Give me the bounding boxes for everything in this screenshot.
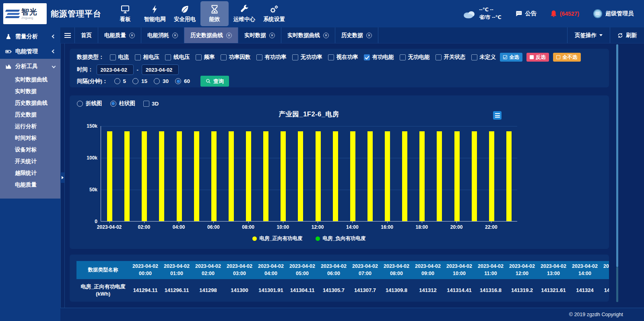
topnav-smart-grid[interactable]: 智能电网 [141, 1, 169, 26]
bar-17[interactable] [402, 131, 407, 221]
checkbox-线电压[interactable]: 线电压 [165, 54, 190, 61]
checkbox-频率[interactable]: 频率 [196, 54, 215, 61]
topnav-energy-efficiency[interactable]: 能效 [200, 1, 229, 26]
sidebar-collapse-handle[interactable] [60, 172, 64, 183]
date-to-input[interactable] [142, 64, 179, 75]
checkbox-有功电能[interactable]: 有功电能 [364, 54, 394, 61]
interval-radio-5[interactable]: 5 [114, 78, 126, 84]
legend-电房_正向有功电度[interactable]: 电房_正向有功电度 [252, 235, 303, 242]
interval-radio-15[interactable]: 15 [132, 78, 147, 84]
tab-close-icon[interactable]: ✕ [129, 33, 135, 38]
checkbox-icon[interactable] [221, 54, 227, 60]
tab-实时数据曲线[interactable]: 实时数据曲线✕ [281, 27, 335, 43]
sidebar-item-越限统计[interactable]: 越限统计 [0, 167, 60, 179]
tab-历史数据曲线[interactable]: 历史数据曲线✕ [184, 27, 238, 43]
bar-18[interactable] [419, 131, 425, 221]
vertical-scrollbar[interactable] [616, 44, 618, 302]
sidebar-item-运行分析[interactable]: 运行分析 [0, 120, 60, 132]
date-from-input[interactable] [97, 64, 134, 75]
bar-21[interactable] [472, 131, 477, 221]
checkbox-icon[interactable] [135, 54, 141, 60]
bar-10[interactable] [281, 131, 286, 221]
checkbox-未定义[interactable]: 未定义 [471, 54, 496, 61]
radio-icon[interactable] [114, 78, 120, 84]
bar-5[interactable] [194, 131, 199, 221]
checkbox-开关状态[interactable]: 开关状态 [436, 54, 466, 61]
bar-15[interactable] [367, 131, 373, 221]
scrollbar-thumb[interactable] [616, 44, 618, 267]
sidebar-item-实时数据[interactable]: 实时数据 [0, 85, 60, 97]
bar-11[interactable] [298, 131, 303, 221]
checkbox-icon[interactable] [471, 54, 477, 60]
sidebar-group-energy-management[interactable]: 电能管理 [0, 44, 60, 59]
radio-icon[interactable] [132, 78, 138, 84]
invert-select-button[interactable]: 反选 [526, 53, 549, 62]
tab-首页[interactable]: 首页 [75, 27, 98, 43]
checkbox-视在功率[interactable]: 视在功率 [328, 54, 358, 61]
app-logo[interactable]: 智光 Zhiguang [3, 3, 47, 24]
checkbox-icon[interactable] [256, 54, 262, 60]
bar-20[interactable] [454, 131, 460, 221]
checkbox-icon[interactable] [165, 54, 171, 60]
tab-close-icon[interactable]: ✕ [226, 33, 232, 38]
notice-button[interactable]: 公告 [515, 10, 537, 17]
tab-电能质量[interactable]: 电能质量✕ [98, 27, 141, 43]
chart-type-折线图[interactable]: 折线图 [77, 100, 102, 107]
bar-14[interactable] [350, 131, 355, 221]
checkbox-icon[interactable] [196, 54, 202, 60]
chart-type-柱状图[interactable]: 柱状图 [110, 100, 136, 107]
sidebar-item-设备对标[interactable]: 设备对标 [0, 144, 60, 155]
sidebar-item-实时数据曲线[interactable]: 实时数据曲线 [0, 74, 60, 85]
select-all-button[interactable]: 全选 [500, 53, 522, 62]
checkbox-icon[interactable] [436, 54, 442, 60]
bar-6[interactable] [211, 131, 217, 221]
alarm-button[interactable]: (64527) [550, 10, 579, 18]
tab-实时数据[interactable]: 实时数据✕ [238, 27, 281, 43]
bar-0[interactable] [107, 131, 112, 221]
checkbox-相电压[interactable]: 相电压 [135, 54, 160, 61]
select-none-button[interactable]: 全不选 [553, 53, 581, 62]
query-button[interactable]: 查询 [200, 76, 229, 87]
sidebar-group-analysis-tools[interactable]: 分析工具 [0, 59, 60, 74]
tab-ops-dropdown[interactable]: 页签操作 [567, 27, 610, 43]
bar-1[interactable] [124, 131, 130, 221]
tab-电能消耗[interactable]: 电能消耗✕ [141, 27, 184, 43]
bar-16[interactable] [385, 131, 390, 221]
checkbox-checked-icon[interactable] [364, 54, 370, 60]
tab-menu-icon[interactable] [60, 27, 75, 43]
bar-23[interactable] [506, 131, 512, 221]
bar-7[interactable] [229, 131, 234, 221]
tab-close-icon[interactable]: ✕ [366, 33, 372, 38]
sidebar-item-时间对标[interactable]: 时间对标 [0, 132, 60, 144]
checkbox-icon[interactable] [143, 101, 149, 107]
checkbox-功率因数[interactable]: 功率因数 [221, 54, 251, 61]
bar-2[interactable] [142, 131, 147, 221]
user-menu[interactable]: 超级管理员 [593, 9, 634, 19]
checkbox-icon[interactable] [328, 54, 334, 60]
bar-3[interactable] [159, 131, 164, 221]
tab-close-icon[interactable]: ✕ [172, 33, 178, 38]
tab-历史数据[interactable]: 历史数据✕ [335, 27, 378, 43]
chart-type-3D[interactable]: 3D [143, 101, 159, 107]
checkbox-有功功率[interactable]: 有功功率 [256, 54, 287, 61]
interval-radio-60[interactable]: 60 [175, 78, 190, 84]
radio-icon[interactable] [110, 101, 116, 107]
topnav-dashboard[interactable]: 看板 [111, 1, 139, 26]
interval-radio-30[interactable]: 30 [154, 78, 169, 84]
sidebar-item-历史数据曲线[interactable]: 历史数据曲线 [0, 97, 60, 109]
radio-icon[interactable] [154, 78, 160, 84]
tab-close-icon[interactable]: ✕ [323, 33, 329, 38]
bar-4[interactable] [177, 131, 182, 221]
checkbox-icon[interactable] [292, 54, 298, 60]
sidebar-item-电能质量[interactable]: 电能质量 [0, 179, 60, 191]
checkbox-无功电能[interactable]: 无功电能 [400, 54, 430, 61]
bar-12[interactable] [316, 131, 321, 221]
legend-电房_负向有功电度[interactable]: 电房_负向有功电度 [316, 235, 366, 242]
tab-close-icon[interactable]: ✕ [269, 33, 275, 38]
topnav-system-settings[interactable]: 系统设置 [260, 1, 288, 26]
sidebar-item-历史数据[interactable]: 历史数据 [0, 109, 60, 120]
checkbox-icon[interactable] [110, 54, 116, 60]
refresh-button[interactable]: 刷新 [610, 27, 644, 43]
radio-icon[interactable] [77, 101, 83, 107]
radio-icon[interactable] [175, 78, 181, 84]
